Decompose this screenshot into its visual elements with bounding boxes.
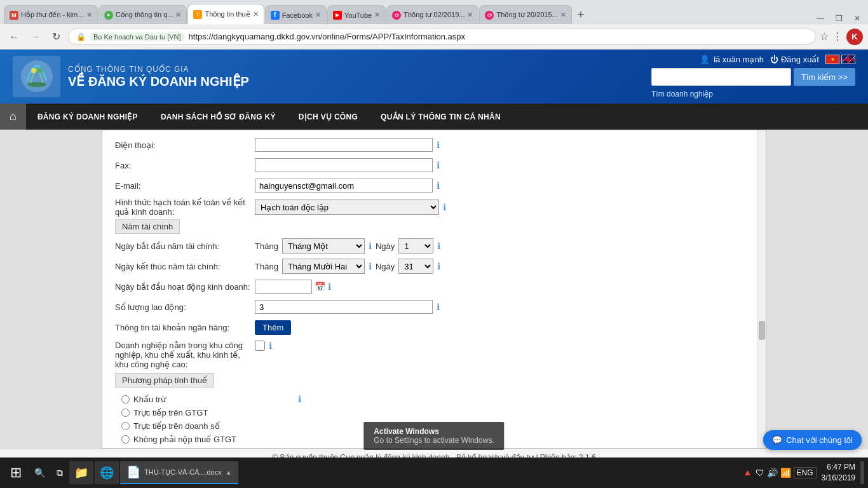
word-doc-label: THỦ-TỤC-VÀ-CÁ....docx — [144, 468, 222, 477]
tax-radio-gtgt[interactable] — [121, 409, 130, 417]
tab-thong-tin-thue[interactable]: T Thông tin thuế ✕ — [187, 4, 264, 24]
fiscal-end-month-info[interactable]: ℹ — [369, 261, 372, 271]
tab-thong-tu-02[interactable]: @ Thông tư 02/2019... ✕ — [386, 5, 478, 24]
labor-input[interactable] — [255, 300, 433, 314]
biz-start-row: Ngày bắt đầu hoạt động kinh doanh: 📅 ℹ — [115, 278, 753, 295]
chat-widget[interactable]: 💬 Chat với chúng tôi — [763, 430, 862, 450]
biz-start-label: Ngày bắt đầu hoạt động kinh doanh: — [115, 282, 255, 292]
en-flag[interactable] — [841, 55, 855, 64]
vn-flag[interactable]: ★ — [825, 55, 839, 64]
user-name: lã xuân mạnh — [714, 55, 764, 64]
nav-item-dich-vu[interactable]: DỊCH VỤ CÔNG — [287, 106, 369, 128]
find-enterprise-link[interactable]: Tìm doanh nghiệp — [651, 90, 713, 98]
tab-gmail[interactable]: M Hộp thư đến - kim... ✕ — [4, 5, 98, 24]
tax-option-khong-nop[interactable]: Không phải nộp thuế GTGT — [121, 435, 236, 444]
taskbar-word-chevron[interactable]: ▲ — [226, 469, 232, 476]
accounting-info-icon[interactable]: ℹ — [443, 202, 446, 212]
restore-button[interactable]: ❒ — [831, 13, 848, 24]
tax-option-truc-tiep-ds[interactable]: Trực tiếp trên doanh số — [121, 421, 220, 431]
form-panel: Điện thoại: ℹ Fax: ℹ E-mail: — [102, 130, 766, 449]
add-bank-button[interactable]: Thêm — [255, 320, 291, 335]
power-icon: ⏻ — [770, 55, 778, 64]
tax-method-section: Phương pháp tính thuế — [115, 373, 753, 388]
forward-nav-button[interactable]: → — [27, 30, 44, 44]
industrial-zone-checkbox[interactable] — [255, 341, 265, 351]
tab-bar: M Hộp thư đến - kim... ✕ ● Cổng thông ti… — [0, 0, 868, 24]
tax-radio-khautru[interactable] — [121, 395, 130, 403]
labor-info-icon[interactable]: ℹ — [437, 302, 440, 312]
task-view-button[interactable]: ⧉ — [51, 465, 68, 481]
fax-input[interactable] — [255, 158, 433, 172]
nav-home-btn[interactable]: ⌂ — [0, 104, 26, 130]
speaker-icon[interactable]: 🔊 — [767, 468, 778, 478]
tax-radio-doanh-so[interactable] — [121, 422, 130, 430]
email-info-icon[interactable]: ℹ — [437, 180, 440, 191]
fiscal-start-day-info[interactable]: ℹ — [437, 241, 440, 251]
profile-avatar[interactable]: K — [846, 29, 863, 45]
tab6-close[interactable]: ✕ — [467, 11, 473, 19]
industrial-zone-info-icon[interactable]: ℹ — [269, 341, 272, 351]
nav-item-quan-ly[interactable]: QUẢN LÝ THÔNG TIN CÁ NHÂN — [369, 106, 512, 128]
antivirus-icon[interactable]: 🛡 — [756, 468, 764, 478]
wifi-icon[interactable]: 📶 — [780, 468, 791, 478]
close-window-button[interactable]: ✕ — [849, 13, 865, 24]
fiscal-end-day-select[interactable]: 28293031 — [398, 259, 433, 274]
tab-gmail-close[interactable]: ✕ — [86, 11, 92, 19]
fax-info-icon[interactable]: ℹ — [437, 160, 440, 170]
start-button[interactable]: ⊞ — [4, 462, 28, 484]
tab3-close[interactable]: ✕ — [253, 10, 259, 18]
url-bar[interactable]: 🔒 Bo Ke hoach va Dau tu [VN] https://dan… — [68, 29, 816, 44]
back-nav-button[interactable]: ← — [5, 30, 23, 44]
accounting-label: Hình thức hạch toán kế toán về kết quả k… — [115, 198, 255, 217]
fiscal-start-month-select[interactable]: Tháng Một Tháng Hai Tháng Ba Tháng Tư Th… — [282, 238, 365, 254]
tab2-close[interactable]: ✕ — [175, 11, 181, 19]
phone-info-icon[interactable]: ℹ — [437, 140, 440, 150]
taskbar-browser[interactable]: 🌐 — [95, 461, 119, 484]
calendar-icon[interactable]: 📅 — [315, 281, 325, 292]
tax-option-truc-tiep-ds-row: Trực tiếp trên doanh số — [121, 421, 747, 431]
tab7-close[interactable]: ✕ — [560, 11, 566, 19]
tab-facebook[interactable]: f Facebook ✕ — [265, 5, 327, 24]
email-input[interactable] — [255, 179, 433, 193]
settings-button[interactable]: ⋮ — [832, 30, 843, 43]
fiscal-start-month-info[interactable]: ℹ — [369, 241, 372, 251]
fiscal-end-day-info[interactable]: ℹ — [437, 261, 440, 271]
nav-item-dang-ky[interactable]: ĐĂNG KÝ DOANH NGHIỆP — [26, 106, 149, 128]
search-input[interactable] — [651, 68, 791, 86]
fiscal-end-month-select[interactable]: Tháng Một Tháng Hai Tháng Ba Tháng Tư Th… — [282, 259, 365, 274]
search-button[interactable]: Tìm kiếm >> — [794, 68, 855, 86]
tab3-favicon: T — [193, 10, 202, 19]
biz-start-info-icon[interactable]: ℹ — [328, 281, 331, 292]
accounting-select[interactable]: Hạch toán độc lập Hạch toán phụ thuộc — [255, 200, 439, 215]
fiscal-start-day-select[interactable]: 12328293031 — [398, 238, 433, 254]
show-desktop-button[interactable] — [860, 461, 864, 484]
tab7-label: Thông tư 20/2015... — [496, 11, 557, 19]
taskbar-word-doc[interactable]: 📄 THỦ-TỤC-VÀ-CÁ....docx ▲ — [120, 461, 238, 484]
search-taskbar-button[interactable]: 🔍 — [29, 465, 50, 480]
minimize-button[interactable]: — — [811, 13, 829, 24]
bookmark-button[interactable]: ☆ — [820, 30, 829, 43]
vertical-scrollbar[interactable] — [757, 130, 766, 448]
nav-bar: ⌂ ĐĂNG KÝ DOANH NGHIỆP DANH SÁCH HỒ SƠ Đ… — [0, 104, 868, 130]
fax-label: Fax: — [115, 161, 255, 170]
tab5-close[interactable]: ✕ — [374, 11, 380, 19]
tax-option-khautru[interactable]: Khấu trừ — [121, 395, 166, 404]
lang-indicator[interactable]: ENG — [794, 467, 817, 478]
biz-start-date-input[interactable] — [255, 280, 312, 294]
tax-radio-khong-nop[interactable] — [121, 435, 130, 444]
tab4-close[interactable]: ✕ — [315, 11, 321, 19]
scrollbar-thumb[interactable] — [759, 321, 765, 340]
logout-btn[interactable]: ⏻ Đăng xuất — [770, 55, 819, 64]
phone-input[interactable] — [255, 138, 433, 152]
taskbar-file-manager[interactable]: 📁 — [69, 461, 93, 484]
new-tab-button[interactable]: + — [573, 5, 590, 24]
tab-cong-thong-tin[interactable]: ● Cổng thông tin q... ✕ — [98, 5, 187, 24]
tab-thong-tu-20[interactable]: @ Thông tư 20/2015... ✕ — [479, 5, 571, 24]
nav-item-danh-sach[interactable]: DANH SÁCH HỒ SƠ ĐĂNG KÝ — [149, 106, 287, 128]
tab-youtube[interactable]: ▶ YouTube ✕ — [327, 5, 386, 24]
tax-khautru-info-icon[interactable]: ℹ — [298, 394, 301, 404]
email-row: E-mail: ℹ — [115, 177, 753, 194]
tax-option-truc-tiep-gtgt[interactable]: Trực tiếp trên GTGT — [121, 408, 208, 417]
network-icon[interactable]: 🔺 — [742, 468, 753, 478]
reload-button[interactable]: ↻ — [48, 29, 64, 44]
